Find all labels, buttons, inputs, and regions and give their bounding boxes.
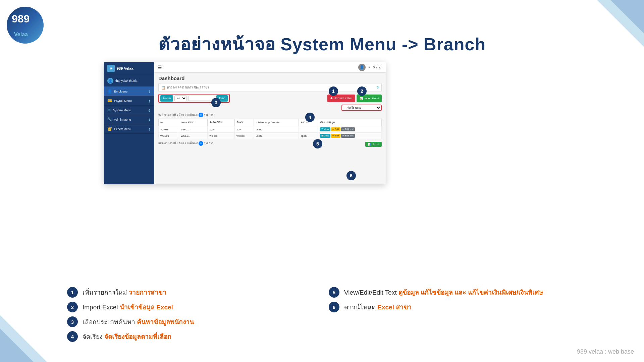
callout-item-5: 5 View/Edit/Edit Text ดูข้อมูล แก้ไขข้อม…: [329, 287, 577, 298]
callout-text-3: เลือกประเภทค้นหา ค้นหาข้อมูลพนักงาน: [83, 316, 194, 327]
excel-btn-label: Excel: [372, 143, 379, 146]
view-button-1[interactable]: ☰ View: [320, 127, 330, 131]
search-all-button[interactable]: ทั้งหมด: [160, 95, 173, 102]
sidebar: 9 989 Velaa 👤 thanyalak thunla 👤 Employe…: [104, 62, 154, 184]
callout-item-6: 6 ดาวน์โหลด Excel สาขา: [329, 302, 577, 312]
import-excel-button[interactable]: 📊 Import Excel: [357, 95, 382, 102]
sidebar-item-payroll[interactable]: 💳 Payroll Menu ❮: [104, 96, 154, 106]
admin-icon: 🔧: [107, 117, 112, 122]
callout-3-badge: 3: [377, 86, 379, 89]
chevron-icon-employee: ❮: [148, 90, 151, 93]
result-info-text-1: แสดงรายการที่ 1 ถึง 8 จากทั้งหมด: [158, 113, 198, 116]
sidebar-item-payroll-label: Payroll Menu: [114, 99, 132, 103]
cell-company-1: VJP: [208, 126, 234, 133]
col-company: สังกัดบริษัท: [208, 119, 234, 126]
callout-highlight-3: ค้นหาข้อมูลพนักงาน: [137, 318, 194, 325]
search-field-select[interactable]: id: [174, 96, 187, 101]
topbar-caret-icon: ▾: [368, 65, 370, 69]
table-row: VJP01 VJP01 VJP VJP user2 ☰ View ✏ Edit …: [159, 126, 382, 133]
col-code: code สาขา: [179, 119, 208, 126]
employee-icon: 👤: [107, 89, 112, 94]
callout-num-6: 6: [329, 302, 339, 312]
chevron-icon-expert: ❮: [148, 127, 151, 131]
callout-badge-3: 3: [211, 98, 221, 107]
callout-item-2: 2 Import Excel นำเข้าข้อมูล Excel: [67, 302, 315, 312]
callout-label-4: จัดเรียง: [83, 333, 104, 340]
callout-badge-2: 2: [357, 86, 367, 96]
excel-icon: 📊: [360, 97, 363, 100]
cell-id-2: WEL01: [159, 133, 179, 139]
cell-apptype-2: user1: [254, 133, 299, 139]
expert-icon: 👑: [107, 127, 112, 131]
cell-code-1: VJP01: [179, 126, 208, 133]
watermark: 989 velaa : web base: [577, 348, 634, 355]
result-info-top: แสดงรายการที่ 1 ถึง 8 จากทั้งหมด 8 รายกา…: [158, 113, 382, 117]
sidebar-user: 👤 thanyalak thunla: [104, 75, 154, 87]
sidebar-item-employee-label: Employee: [114, 90, 127, 93]
system-icon: ⚙: [107, 108, 111, 112]
action-row: ทั้งหมด id ค้นหา ✚ เพิ่มรายการใหม่ 📊 Imp…: [158, 94, 382, 103]
result-info-bottom-text2: รายการ: [204, 142, 213, 145]
cell-actions-1: ☰ View ✏ Edit ✏ Edit text: [318, 126, 381, 133]
view-button-2[interactable]: ☰ View: [320, 134, 330, 138]
sidebar-item-admin[interactable]: 🔧 Admin Menu ❮: [104, 115, 154, 124]
table-row: WEL01 WEL01 wellios wellios user1 open ☰…: [159, 133, 382, 139]
callout-highlight-6: Excel สาขา: [377, 304, 412, 311]
result-info-bottom-text1: แสดงรายการที่ 1 ถึง 8 จากทั้งหมด: [158, 142, 198, 145]
content-area: Dashboard 📋 ตารางแสดงรายการ ข้อมูลสาขา 3…: [154, 73, 386, 150]
bottom-left-callouts: 1 เพิ่มรายการใหม่ รายการสาขา 2 Import Ex…: [67, 287, 315, 342]
result-count-bottom: 8: [199, 141, 203, 146]
bottom-callouts: 1 เพิ่มรายการใหม่ รายการสาขา 2 Import Ex…: [67, 287, 577, 342]
excel-download-button[interactable]: 📊 Excel: [365, 142, 382, 147]
callout-label-3: เลือกประเภทค้นหา: [83, 318, 137, 325]
sidebar-item-expert[interactable]: 👑 Expert Menu ❮: [104, 124, 154, 134]
callout-text-1: เพิ่มรายการใหม่ รายการสาขา: [83, 287, 166, 297]
corner-decoration-tr2: [610, 0, 644, 34]
hamburger-icon[interactable]: ☰: [158, 65, 162, 70]
chevron-icon-admin: ❮: [148, 118, 151, 121]
callout-text-4: จัดเรียง จัดเรียงข้อมูลตามที่เลือก: [83, 331, 171, 342]
page-title: ตัวอย่างหน้าจอ System Menu -> Branch: [0, 30, 644, 58]
sidebar-brand: 9 989 Velaa: [104, 62, 154, 75]
col-shortname: ชื่อย่อ: [234, 119, 254, 126]
callout-text-5: View/Edit/Edit Text ดูข้อมูล แก้ไขข้อมูล…: [344, 287, 543, 297]
callout-label-6: ดาวน์โหลด: [344, 304, 377, 311]
callout-num-1: 1: [67, 287, 78, 298]
callout-badge-4: 4: [305, 113, 315, 122]
callout-badge-6: 6: [346, 171, 356, 180]
sort-select[interactable]: - จัดเรียงตาม -: [341, 105, 382, 111]
sidebar-brand-label: 989 Velaa: [117, 66, 133, 70]
callout-label-2: Import Excel: [83, 304, 120, 311]
sidebar-item-system-label: System Menu: [113, 109, 131, 112]
dashboard-title: Dashboard: [158, 75, 382, 81]
edittext-button-1[interactable]: ✏ Edit text: [341, 127, 355, 131]
cell-shortname-1: VJP: [234, 126, 254, 133]
edit-button-1[interactable]: ✏ Edit: [331, 127, 340, 131]
main-content: ☰ 👤 ▾ Branch Dashboard 📋 ตารางแสดงรายการ…: [154, 62, 386, 184]
excel-download-icon: 📊: [368, 143, 371, 146]
edittext-button-2[interactable]: ✏ Edit text: [341, 134, 355, 138]
table-icon: 📋: [161, 86, 165, 89]
callout-num-4: 4: [67, 331, 78, 342]
chevron-icon-payroll: ❮: [148, 99, 151, 103]
chevron-icon-system: ❮: [148, 109, 151, 112]
cell-status-2: open: [299, 133, 318, 139]
footer-row: แสดงรายการที่ 1 ถึง 8 จากทั้งหมด 8 รายกา…: [158, 141, 382, 147]
cell-actions-2: ☰ View ✏ Edit ✏ Edit text: [318, 133, 381, 139]
cell-status-1: [299, 126, 318, 133]
data-table: id code สาขา สังกัดบริษัท ชื่อย่อ ประเภท…: [158, 119, 382, 139]
col-apptype: ประเภท app mobile: [254, 119, 299, 126]
search-input[interactable]: [188, 96, 215, 101]
sidebar-item-employee[interactable]: 👤 Employee ❮: [104, 87, 154, 96]
logo-number: 989: [12, 13, 30, 25]
sidebar-logo-icon: 9: [107, 65, 115, 72]
callout-num-3: 3: [67, 316, 78, 327]
col-manage: จัดการข้อมูล: [318, 119, 381, 126]
payroll-icon: 💳: [107, 99, 112, 103]
sidebar-item-system[interactable]: ⚙ System Menu ❮: [104, 106, 154, 115]
add-record-button[interactable]: ✚ เพิ่มรายการใหม่: [327, 95, 355, 102]
cell-code-2: WEL01: [179, 133, 208, 139]
cell-apptype-1: user2: [254, 126, 299, 133]
add-btn-label: เพิ่มรายการใหม่: [334, 96, 352, 101]
edit-button-2[interactable]: ✏ Edit: [331, 134, 340, 138]
